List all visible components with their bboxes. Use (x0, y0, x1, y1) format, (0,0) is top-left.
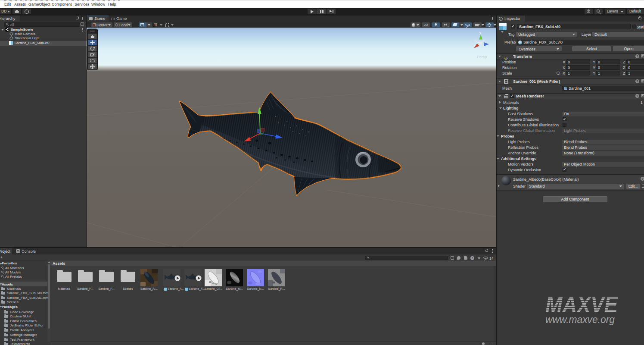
svg-text:Persp: Persp (477, 55, 487, 59)
svg-text:www.maxve.org: www.maxve.org (545, 314, 615, 325)
svg-text:y: y (479, 31, 481, 34)
svg-text:MAXVE: MAXVE (545, 292, 619, 317)
